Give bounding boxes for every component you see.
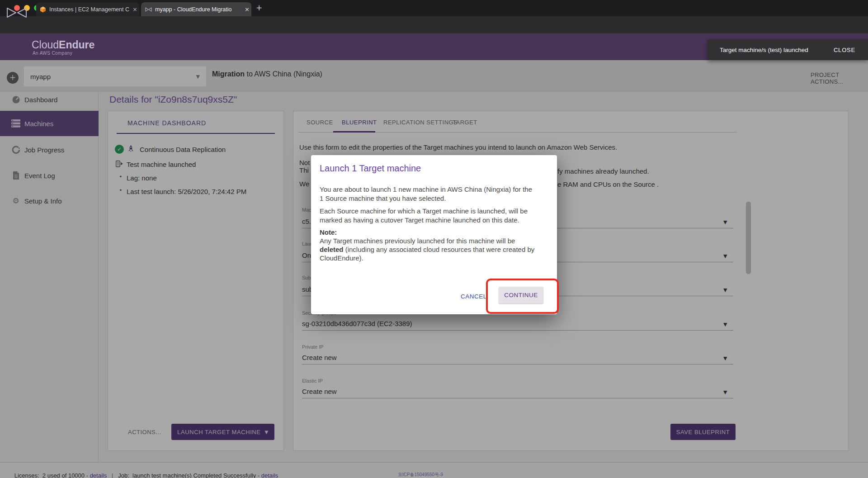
close-tab-icon[interactable]: × — [131, 6, 139, 13]
aws-console-favicon — [40, 6, 46, 13]
toast-message: Target machine/s (test) launched — [720, 47, 834, 53]
cloudendure-favicon — [145, 7, 152, 12]
toast-close-button[interactable]: CLOSE — [834, 47, 855, 53]
brand-subtitle: An AWS Company — [33, 51, 72, 56]
toast-notification: Target machine/s (test) launched CLOSE — [708, 39, 868, 60]
close-tab-icon[interactable]: × — [243, 6, 251, 13]
tab-title: Instances | EC2 Management C — [49, 6, 131, 13]
dialog-paragraph-2: Each Source machine for which a Target m… — [320, 207, 538, 225]
cloudendure-logo-icon — [6, 6, 27, 21]
browser-tab-ec2[interactable]: Instances | EC2 Management C × — [36, 2, 139, 16]
dialog-title: Launch 1 Target machine — [320, 163, 421, 174]
browser-tab-cloudendure[interactable]: myapp - CloudEndure Migratio × — [141, 2, 251, 16]
browser-url-row: ← → ↻ https://console.awscloudendure.cn/… — [0, 16, 868, 33]
new-tab-icon[interactable]: + — [256, 3, 262, 12]
dialog-paragraph-1: You are about to launch 1 new machine in… — [320, 185, 538, 203]
dialog-note-text: Any Target machines previously launched … — [320, 237, 538, 262]
annotation-highlight — [486, 279, 559, 314]
browser-tab-bar: Instances | EC2 Management C × myapp - C… — [0, 0, 868, 16]
screen: Instances | EC2 Management C × myapp - C… — [0, 0, 868, 478]
tab-title: myapp - CloudEndure Migratio — [155, 6, 243, 13]
brand-name: CloudEndure — [32, 39, 94, 51]
cancel-button[interactable]: CANCEL — [458, 291, 490, 302]
dialog-note-label: Note: — [320, 228, 538, 237]
